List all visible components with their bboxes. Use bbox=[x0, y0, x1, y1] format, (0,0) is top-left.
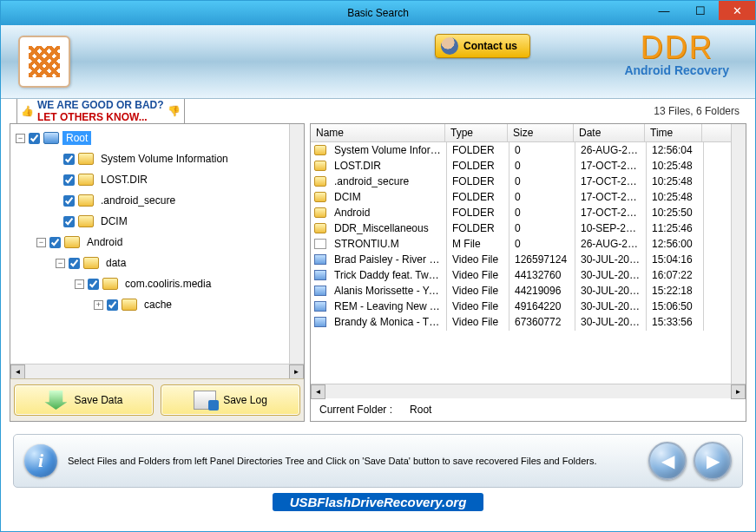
app-icon bbox=[6, 6, 20, 20]
tree-checkbox[interactable] bbox=[88, 279, 99, 290]
cell-time: 12:56:00 bbox=[647, 235, 704, 253]
tree-checkbox[interactable] bbox=[107, 299, 118, 311]
list-row[interactable]: Trick Daddy feat. Twista ... Video File … bbox=[311, 267, 731, 283]
list-header[interactable]: Name Type Size Date Time bbox=[311, 124, 731, 142]
save-log-button[interactable]: Save Log bbox=[161, 384, 300, 416]
tree-checkbox[interactable] bbox=[49, 237, 61, 248]
directory-tree[interactable]: − Root System Volume Information LOST.DI… bbox=[10, 124, 289, 364]
folder-icon bbox=[314, 176, 326, 187]
list-row[interactable]: Brad Paisley - River Bank.... Video File… bbox=[311, 252, 731, 267]
collapse-icon[interactable]: − bbox=[75, 279, 84, 289]
tree-checkbox[interactable] bbox=[63, 216, 75, 227]
expand-icon[interactable]: + bbox=[94, 300, 103, 310]
list-row[interactable]: .android_secure FOLDER 0 17-OCT-2014 10:… bbox=[311, 174, 731, 189]
file-count-label: 13 Files, 6 Folders bbox=[654, 105, 740, 117]
thumbs-up-icon: 👍 bbox=[21, 105, 34, 117]
website-link[interactable]: USBFlashDriveRecovery.org bbox=[273, 493, 484, 511]
folder-icon bbox=[314, 207, 326, 218]
cell-date: 17-OCT-2014 bbox=[575, 204, 647, 221]
cell-date: 26-AUG-2015 bbox=[575, 235, 647, 253]
cell-time: 15:06:50 bbox=[647, 298, 704, 315]
next-button[interactable]: ▶ bbox=[694, 442, 732, 480]
file-list[interactable]: System Volume Information FOLDER 0 26-AU… bbox=[311, 142, 731, 384]
maximize-button[interactable]: ☐ bbox=[682, 1, 719, 20]
drive-icon bbox=[43, 132, 59, 144]
list-row[interactable]: Alanis Morissette - You Ou... Video File… bbox=[311, 283, 731, 299]
tree-item-label[interactable]: Android bbox=[83, 235, 126, 249]
info-icon: i bbox=[24, 444, 57, 477]
col-type[interactable]: Type bbox=[445, 124, 508, 141]
app-logo bbox=[18, 36, 70, 88]
collapse-icon[interactable]: − bbox=[56, 259, 65, 268]
list-vertical-scrollbar[interactable] bbox=[731, 124, 746, 384]
tree-vertical-scrollbar[interactable] bbox=[289, 124, 304, 364]
cell-date: 17-OCT-2014 bbox=[575, 173, 647, 190]
col-time[interactable]: Time bbox=[645, 124, 702, 141]
cell-size: 0 bbox=[509, 188, 575, 206]
tree-item-label[interactable]: com.cooliris.media bbox=[122, 277, 214, 291]
list-row[interactable]: Android FOLDER 0 17-OCT-2014 10:25:50 bbox=[311, 205, 731, 220]
list-row[interactable]: DCIM FOLDER 0 17-OCT-2014 10:25:48 bbox=[311, 189, 731, 205]
folder-icon bbox=[64, 236, 80, 248]
cell-type: FOLDER bbox=[447, 204, 509, 221]
cell-date: 17-OCT-2014 bbox=[575, 157, 647, 174]
cell-type: Video File bbox=[447, 282, 509, 299]
list-row[interactable]: DDR_Miscellaneous FOLDER 0 10-SEP-2015 1… bbox=[311, 220, 731, 236]
cell-name: Trick Daddy feat. Twista ... bbox=[329, 266, 447, 284]
tree-item-label[interactable]: System Volume Information bbox=[97, 152, 232, 166]
person-icon bbox=[441, 37, 458, 55]
cell-name: DCIM bbox=[329, 188, 447, 206]
list-row[interactable]: STRONTIU.M M File 0 26-AUG-2015 12:56:00 bbox=[311, 236, 731, 252]
cell-size: 126597124 bbox=[509, 251, 575, 268]
titlebar[interactable]: Basic Search — ☐ ✕ bbox=[1, 1, 755, 25]
list-horizontal-scrollbar[interactable]: ◄► bbox=[311, 384, 746, 398]
list-row[interactable]: Brandy & Monica - The Bo... Video File 6… bbox=[311, 314, 731, 330]
close-button[interactable]: ✕ bbox=[719, 1, 755, 20]
tree-root-label[interactable]: Root bbox=[62, 131, 91, 145]
col-date[interactable]: Date bbox=[574, 124, 645, 141]
cell-time: 10:25:48 bbox=[647, 157, 704, 174]
save-data-button[interactable]: Save Data bbox=[14, 384, 154, 416]
list-row[interactable]: REM - Leaving New York.... Video File 49… bbox=[311, 299, 731, 314]
brand-text: DDR bbox=[624, 32, 729, 63]
tree-horizontal-scrollbar[interactable]: ◄► bbox=[10, 364, 304, 378]
col-size[interactable]: Size bbox=[508, 124, 574, 141]
log-icon bbox=[194, 391, 216, 410]
tree-checkbox[interactable] bbox=[63, 154, 75, 165]
tree-checkbox[interactable] bbox=[69, 258, 80, 269]
tree-checkbox[interactable] bbox=[63, 195, 75, 207]
cell-size: 0 bbox=[509, 157, 575, 174]
cell-date: 30-JUL-2015 bbox=[575, 282, 647, 299]
tree-item-label[interactable]: LOST.DIR bbox=[97, 173, 151, 187]
tree-item-label[interactable]: .android_secure bbox=[97, 194, 179, 207]
cell-date: 30-JUL-2015 bbox=[575, 266, 647, 284]
back-button[interactable]: ◀ bbox=[648, 442, 687, 480]
cell-size: 0 bbox=[509, 220, 575, 237]
folder-icon bbox=[83, 257, 99, 269]
save-icon bbox=[44, 391, 67, 410]
contact-us-button[interactable]: Contact us bbox=[435, 34, 530, 58]
cell-type: Video File bbox=[447, 298, 509, 315]
folder-icon bbox=[314, 161, 326, 171]
col-name[interactable]: Name bbox=[311, 124, 445, 141]
tree-item-label[interactable]: DCIM bbox=[97, 214, 131, 228]
folder-icon bbox=[78, 153, 94, 165]
tree-checkbox[interactable] bbox=[63, 174, 75, 186]
cell-time: 15:04:16 bbox=[647, 251, 704, 268]
collapse-icon[interactable]: − bbox=[36, 238, 46, 247]
save-log-label: Save Log bbox=[223, 394, 267, 406]
cell-size: 49164220 bbox=[509, 298, 575, 315]
collapse-icon[interactable]: − bbox=[16, 134, 25, 143]
cell-time: 16:07:22 bbox=[647, 266, 704, 284]
list-row[interactable]: System Volume Information FOLDER 0 26-AU… bbox=[311, 142, 731, 158]
minimize-button[interactable]: — bbox=[646, 1, 682, 20]
cell-type: Video File bbox=[447, 251, 509, 268]
video-icon bbox=[314, 286, 326, 296]
cell-type: FOLDER bbox=[447, 157, 509, 174]
tree-checkbox[interactable] bbox=[29, 133, 40, 144]
brand-logo: DDR Android Recovery bbox=[624, 32, 729, 77]
list-row[interactable]: LOST.DIR FOLDER 0 17-OCT-2014 10:25:48 bbox=[311, 158, 731, 174]
cell-type: M File bbox=[447, 235, 509, 253]
tree-item-label[interactable]: cache bbox=[141, 298, 175, 312]
tree-item-label[interactable]: data bbox=[102, 256, 129, 270]
